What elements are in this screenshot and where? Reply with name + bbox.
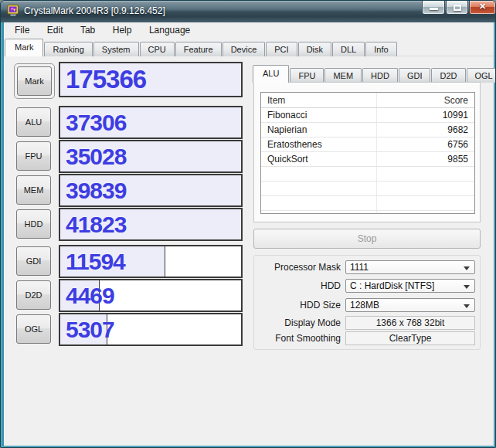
d2d-score: 4469 [59,279,243,312]
menu-item-file[interactable]: File [8,22,36,39]
row-item-label: QuickSort [267,152,308,166]
stop-button[interactable]: Stop [253,229,481,249]
tab-pci[interactable]: PCI [266,42,297,56]
d2d-button[interactable]: D2D [16,280,51,310]
menu-item-help[interactable]: Help [106,22,139,39]
minimize-icon [430,8,438,10]
hdd-select[interactable]: C : HardDisk [NTFS] [345,279,475,293]
tab-system[interactable]: System [93,42,139,56]
close-icon: ✕ [470,2,495,12]
app-window: CrystalMark 2004R3 [0.9.126.452] ✕ File … [0,0,496,448]
menu-item-language[interactable]: Language [142,22,197,39]
ogl-score: 5307 [59,313,243,346]
main-tab-strip: Mark Ranking System CPU Feature Device P… [4,39,494,56]
table-row[interactable]: Fibonacci 10991 [261,108,474,123]
hdd-row: HDD C : HardDisk [NTFS] [254,279,480,293]
processor-mask-row: Processor Mask 1111 [254,260,480,274]
row-item-label: Eratosthenes [267,137,322,151]
detail-tab-page: Item Score Fibonacci 10991 Napierian 968… [253,82,481,222]
hdd-score: 41823 [59,208,243,241]
mem-score-value: 39839 [66,175,126,205]
row-item-label: Fibonacci [267,108,307,122]
mem-button[interactable]: MEM [16,175,51,205]
client-area: File Edit Tab Help Language Mark Ranking… [4,22,494,446]
tab-mark[interactable]: Mark [5,39,43,56]
menu-bar: File Edit Tab Help Language [4,22,494,39]
table-row-empty [261,167,474,182]
detail-tab-fpu[interactable]: FPU [290,68,324,83]
alu-score-value: 37306 [66,107,126,137]
ogl-score-value: 5307 [66,314,114,344]
menu-item-tab[interactable]: Tab [73,22,102,39]
fpu-score: 35028 [59,140,243,173]
detail-tab-alu[interactable]: ALU [253,65,289,83]
tab-dll[interactable]: DLL [332,42,365,56]
hdd-size-select[interactable]: 128MB [345,298,475,312]
window-controls: ✕ [422,1,496,15]
chevron-down-icon [464,285,470,289]
table-row[interactable]: Napierian 9682 [261,123,474,137]
detail-tab-gdi[interactable]: GDI [399,68,431,83]
hdd-size-row: HDD Size 128MB [254,298,480,312]
table-header: Item Score [261,93,474,108]
detail-tab-d2d[interactable]: D2D [431,68,465,83]
mem-score: 39839 [59,174,243,207]
font-smoothing-row: Font Smoothing ClearType [254,331,480,345]
gdi-score-value: 11594 [66,246,125,277]
tab-ranking[interactable]: Ranking [44,42,92,56]
close-button[interactable]: ✕ [469,1,496,15]
mark-score: 175366 [59,62,243,97]
detail-tab-mem[interactable]: MEM [324,68,362,83]
d2d-score-value: 4469 [66,280,114,311]
row-score-value: 10991 [443,108,468,122]
fpu-button[interactable]: FPU [16,141,51,171]
mark-button-focus-ring: Mark [14,63,55,99]
mark-button[interactable]: Mark [17,66,52,96]
hdd-button[interactable]: HDD [16,209,51,239]
detail-tab-hdd[interactable]: HDD [362,68,398,83]
font-smoothing-label: Font Smoothing [254,331,341,345]
hdd-size-label: HDD Size [254,298,341,312]
gdi-button[interactable]: GDI [16,246,51,276]
row-item-label: Napierian [267,123,307,137]
tab-feature[interactable]: Feature [175,42,222,56]
maximize-button[interactable] [446,1,468,15]
alu-button[interactable]: ALU [16,107,51,137]
chevron-down-icon [464,304,470,308]
row-score-value: 9855 [447,152,468,166]
tab-device[interactable]: Device [223,42,266,56]
header-score[interactable]: Score [444,93,468,108]
processor-mask-label: Processor Mask [254,260,341,274]
result-table: Item Score Fibonacci 10991 Napierian 968… [260,92,475,214]
processor-mask-select[interactable]: 1111 [345,260,475,274]
fpu-score-value: 35028 [66,141,126,171]
minimize-button[interactable] [422,1,445,15]
detail-tab-strip: ALU FPU MEM HDD GDI D2D OGL [253,65,481,83]
font-smoothing-value: ClearType [345,331,475,345]
header-item[interactable]: Item [267,93,285,108]
menu-item-edit[interactable]: Edit [40,22,70,39]
table-row-empty [261,196,474,211]
title-bar[interactable]: CrystalMark 2004R3 [0.9.126.452] ✕ [1,1,495,22]
detail-tab-ogl[interactable]: OGL [467,68,496,83]
hdd-label: HDD [254,279,341,293]
hdd-value: C : HardDisk [NTFS] [350,280,434,291]
window-title: CrystalMark 2004R3 [0.9.126.452] [24,1,165,22]
gdi-score: 11594 [59,245,243,278]
table-row-empty [261,182,474,196]
display-mode-label: Display Mode [254,316,341,330]
app-icon[interactable] [7,5,19,17]
table-row[interactable]: Eratosthenes 6756 [261,137,474,152]
chevron-down-icon [464,266,470,270]
alu-score: 37306 [59,106,243,139]
tab-cpu[interactable]: CPU [140,42,175,56]
row-score-value: 6756 [447,137,468,151]
maximize-icon [454,5,461,11]
display-mode-value: 1366 x 768 32bit [345,316,475,330]
mark-score-value: 175366 [66,63,146,96]
tab-disk[interactable]: Disk [298,42,331,56]
table-row[interactable]: QuickSort 9855 [261,152,474,167]
ogl-button[interactable]: OGL [16,314,51,344]
tab-info[interactable]: Info [365,42,396,56]
row-score-value: 9682 [447,123,468,137]
